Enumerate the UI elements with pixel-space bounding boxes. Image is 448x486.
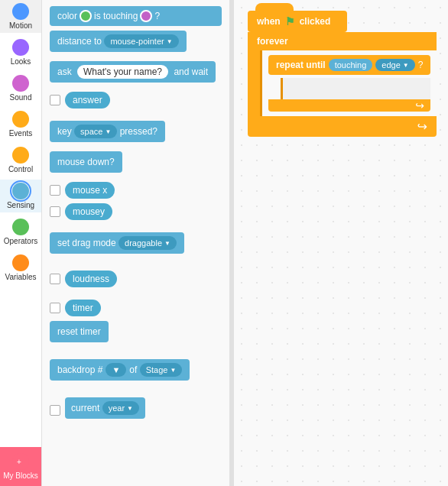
block-backdrop-of[interactable]: backdrop # ▼ of Stage ▼: [50, 359, 190, 381]
block-mouse-y[interactable]: mousey: [65, 203, 112, 220]
sidebar: Motion Looks Sound Events Control Sensin…: [0, 0, 42, 486]
backdrop-dropdown[interactable]: ▼: [106, 363, 126, 377]
timer-label: timer: [73, 303, 93, 313]
block-reset-timer[interactable]: reset timer: [50, 321, 109, 342]
block-reset-timer-row[interactable]: reset timer: [50, 321, 222, 347]
dropdown-arrow-1: ▼: [167, 38, 173, 45]
block-mouse-x[interactable]: mouse x: [65, 182, 115, 199]
sidebar-item-looks[interactable]: Looks: [0, 36, 41, 69]
looks-icon: [12, 39, 29, 56]
space-dropdown[interactable]: space ▼: [74, 125, 117, 138]
control-icon: [12, 147, 29, 164]
ask-input[interactable]: What's your name?: [77, 65, 168, 79]
block-timer-row: timer: [50, 300, 222, 316]
year-dropdown[interactable]: year ▼: [102, 401, 139, 415]
sidebar-label-looks: Looks: [11, 57, 31, 66]
motion-icon: [12, 3, 29, 20]
block-ask-row[interactable]: ask What's your name? and wait: [50, 61, 222, 87]
block-key-pressed-row[interactable]: key space ▼ pressed?: [50, 121, 222, 147]
repeat-until-block[interactable]: repeat until touching edge ▼ ?: [268, 55, 430, 75]
when-label: when: [257, 16, 281, 27]
key-label: key: [57, 126, 72, 137]
is-touching-label: is touching: [94, 11, 138, 21]
sidebar-label-sensing: Sensing: [7, 201, 34, 209]
block-timer[interactable]: timer: [65, 300, 101, 316]
color-dot-green[interactable]: [80, 10, 92, 22]
block-distance-to[interactable]: distance to mouse-pointer ▼: [50, 31, 187, 52]
sidebar-label-myblocks: My Blocks: [3, 471, 38, 480]
edge-dropdown[interactable]: edge ▼: [375, 59, 414, 71]
sidebar-item-sensing[interactable]: Sensing: [0, 180, 41, 212]
sidebar-item-sound[interactable]: Sound: [0, 72, 41, 105]
block-ask[interactable]: ask What's your name? and wait: [50, 61, 216, 83]
block-backdrop-of-row[interactable]: backdrop # ▼ of Stage ▼: [50, 359, 222, 385]
sidebar-items-list: Motion Looks Sound Events Control Sensin…: [0, 0, 41, 447]
dropdown-arrow-5: ▼: [127, 405, 133, 412]
reset-timer-label: reset timer: [57, 326, 101, 337]
draggable-dropdown[interactable]: draggable ▼: [118, 236, 177, 250]
block-set-drag-mode-row[interactable]: set drag mode draggable ▼: [50, 232, 222, 258]
block-mouse-down-row[interactable]: mouse down?: [50, 151, 222, 177]
when-clicked-block[interactable]: when ⚑ clicked: [248, 11, 347, 32]
space-label: space: [80, 127, 102, 136]
dropdown-arrow-4: ▼: [170, 367, 176, 374]
block-color-is-touching[interactable]: color is touching ?: [50, 6, 222, 26]
script-group: when ⚑ clicked forever repeat until touc…: [248, 11, 437, 137]
block-current-year[interactable]: current year ▼: [65, 397, 145, 419]
svg-text:+: +: [17, 458, 21, 466]
sidebar-item-variables[interactable]: Variables: [0, 251, 41, 284]
stage-dropdown[interactable]: Stage ▼: [140, 363, 183, 377]
sidebar-item-events[interactable]: Events: [0, 108, 41, 141]
sidebar-label-motion: Motion: [9, 21, 32, 30]
ask-suffix: and wait: [174, 66, 208, 77]
sidebar-item-motion[interactable]: Motion: [0, 0, 41, 33]
sidebar-label-sound: Sound: [10, 93, 32, 102]
backdrop-dd-label: ▼: [112, 365, 120, 374]
ask-label: ask: [57, 66, 72, 77]
repeat-arrow-icon: ↩: [415, 99, 424, 112]
code-area[interactable]: when ⚑ clicked forever repeat until touc…: [234, 0, 448, 486]
sidebar-item-control[interactable]: Control: [0, 144, 41, 177]
repeat-until-label: repeat until: [276, 60, 326, 70]
blocks-panel: color is touching ? distance to mouse-po…: [42, 0, 229, 486]
mouse-y-label: mousey: [73, 206, 105, 217]
timer-checkbox[interactable]: [50, 303, 60, 313]
mousex-checkbox[interactable]: [50, 185, 60, 196]
backdrop-hash-label: backdrop #: [57, 364, 102, 375]
loudness-checkbox[interactable]: [50, 274, 60, 284]
block-answer[interactable]: answer: [65, 92, 110, 109]
mouse-down-label: mouse down?: [57, 157, 115, 167]
color-label: color: [57, 11, 77, 21]
current-label: current: [71, 403, 99, 413]
mouse-x-label: mouse x: [73, 185, 107, 196]
block-loudness[interactable]: loudness: [65, 271, 117, 287]
operators-icon: [12, 219, 29, 235]
sidebar-label-control: Control: [8, 165, 33, 173]
set-drag-mode-label: set drag mode: [57, 238, 116, 248]
dropdown-arrow-3: ▼: [164, 240, 170, 247]
distance-to-label: distance to: [57, 36, 102, 47]
sound-icon: [12, 75, 29, 92]
block-current-year-row: current year ▼: [50, 397, 222, 423]
block-distance-to-row[interactable]: distance to mouse-pointer ▼: [50, 31, 222, 57]
answer-label: answer: [73, 95, 102, 105]
block-set-drag-mode[interactable]: set drag mode draggable ▼: [50, 232, 184, 254]
mouse-pointer-dropdown[interactable]: mouse-pointer ▼: [104, 34, 178, 48]
sidebar-item-operators[interactable]: Operators: [0, 215, 41, 248]
mousey-checkbox[interactable]: [50, 206, 60, 217]
touching-label: touching: [329, 59, 373, 71]
forever-footer: ↩: [248, 116, 437, 137]
stage-label: Stage: [146, 365, 168, 374]
sidebar-label-operators: Operators: [4, 237, 37, 245]
block-key-pressed[interactable]: key space ▼ pressed?: [50, 121, 165, 142]
block-mouse-down[interactable]: mouse down?: [50, 151, 122, 173]
current-year-checkbox[interactable]: [50, 405, 60, 416]
repeat-until-body: [281, 78, 430, 99]
edge-arrow: ▼: [403, 62, 409, 69]
forever-header[interactable]: forever: [248, 32, 437, 50]
events-icon: [12, 111, 29, 128]
mouse-pointer-label: mouse-pointer: [110, 37, 164, 46]
color-dot-purple[interactable]: [140, 10, 152, 22]
answer-checkbox[interactable]: [50, 95, 60, 105]
sidebar-item-myblocks[interactable]: + My Blocks: [0, 447, 41, 486]
